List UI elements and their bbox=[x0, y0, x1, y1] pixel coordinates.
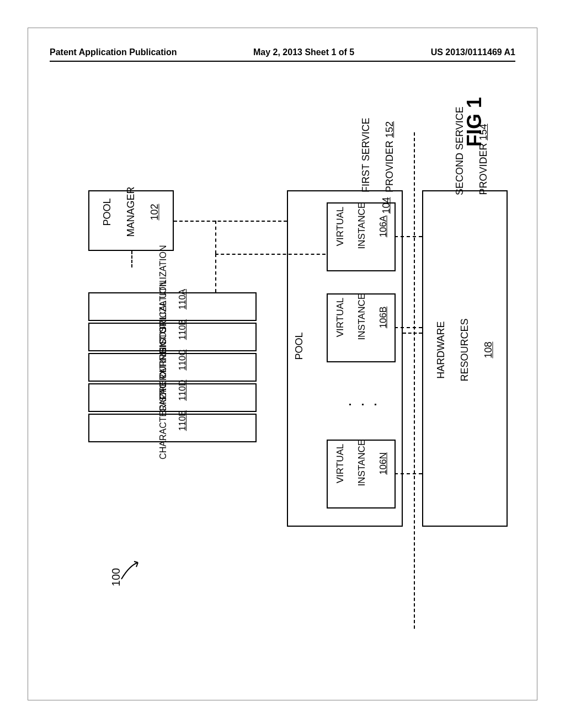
connector-vi-b-to-hw-2 bbox=[403, 333, 422, 334]
connector-vi-b-to-hw bbox=[395, 327, 422, 328]
connector-poolmgr-to-pool bbox=[174, 221, 287, 222]
connector-vi-a-to-hw bbox=[395, 236, 422, 237]
pool-label: POOL bbox=[294, 330, 305, 363]
connector-metrics-to-vi-v1 bbox=[215, 254, 216, 292]
second-service-ref: 154 bbox=[478, 124, 489, 140]
metric-4-label: CHARACTERISTIC bbox=[158, 382, 167, 459]
hardware-resources-box: HARDWARE RESOURCES 108 bbox=[422, 190, 508, 527]
metric-4-ref: 110E bbox=[177, 410, 186, 431]
header-left: Patent Application Publication bbox=[50, 47, 177, 57]
virtual-instance-n-box: VIRTUAL INSTANCE 106N bbox=[327, 440, 396, 508]
second-service-line1: SECOND SERVICE bbox=[454, 106, 465, 195]
hardware-ref: 108 bbox=[483, 342, 494, 358]
figure-number-container: 100 bbox=[88, 565, 154, 598]
pool-manager-ref: 102 bbox=[149, 204, 160, 221]
first-service-line2: PROVIDER bbox=[384, 141, 395, 192]
virtual-instance-a-box: VIRTUAL INSTANCE 106A bbox=[327, 202, 396, 271]
ellipsis-dots: · · · bbox=[344, 393, 382, 415]
vi-n-line1: VIRTUAL bbox=[334, 444, 345, 484]
virtual-instance-b-box: VIRTUAL INSTANCE 106B bbox=[327, 293, 396, 362]
first-service-provider-label: FIRST SERVICE PROVIDER 152 bbox=[348, 138, 408, 171]
header-center: May 2, 2013 Sheet 1 of 5 bbox=[253, 47, 354, 57]
diagram-area: FIG 1 FIRST SERVICE PROVIDER 152 SECOND … bbox=[50, 94, 515, 678]
vi-b-line1: VIRTUAL bbox=[334, 298, 345, 338]
connector-poolmgr-vert bbox=[131, 251, 132, 267]
provider-separator bbox=[414, 132, 415, 629]
vi-n-line2: INSTANCE bbox=[356, 440, 366, 486]
hardware-line2: RESOURCES bbox=[459, 319, 470, 382]
vi-a-line1: VIRTUAL bbox=[334, 207, 345, 247]
hardware-line1: HARDWARE bbox=[435, 322, 446, 379]
vi-n-ref: 106N bbox=[377, 452, 388, 475]
connector-vi-n-to-hw bbox=[395, 473, 422, 474]
characteristic-box: CHARACTERISTIC 110E bbox=[88, 414, 257, 442]
arrow-curve-icon bbox=[119, 557, 146, 585]
vi-b-line2: INSTANCE bbox=[356, 293, 366, 340]
second-service-line2: PROVIDER bbox=[478, 143, 489, 195]
first-service-ref: 152 bbox=[384, 121, 395, 138]
pool-box: POOL 104 VIRTUAL INSTANCE 106A VIRTUAL I… bbox=[287, 190, 403, 527]
first-service-line1: FIRST SERVICE bbox=[360, 118, 371, 192]
second-service-provider-label: SECOND SERVICE PROVIDER 154 bbox=[441, 138, 502, 171]
pool-manager-line1: POOL bbox=[102, 199, 113, 226]
connector-metrics-to-vi-h bbox=[215, 254, 326, 255]
vi-a-ref: 106A bbox=[377, 216, 388, 238]
header-rule bbox=[50, 61, 515, 62]
header-right: US 2013/0111469 A1 bbox=[431, 47, 515, 57]
vi-a-line2: INSTANCE bbox=[356, 202, 366, 249]
pool-manager-line2: MANAGER bbox=[125, 187, 136, 237]
page-header: Patent Application Publication May 2, 20… bbox=[50, 47, 515, 57]
vi-b-ref: 106B bbox=[377, 307, 388, 329]
connector-poolmgr-down bbox=[215, 221, 216, 254]
